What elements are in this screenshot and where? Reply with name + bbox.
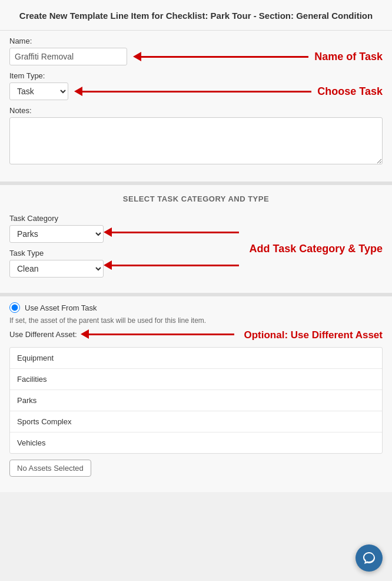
task-category-header: SELECT TASK CATEGORY AND TYPE [9,191,383,207]
asset-list: Equipment Facilities Parks Sports Comple… [9,347,383,454]
different-arrow-row [81,329,235,339]
type-arrow [104,260,239,270]
category-arrows-col [104,214,239,283]
different-annotation: Optional: Use Different Asset [244,329,383,341]
category-annotation: Add Task Category & Type [250,243,383,255]
different-arrow-line [89,334,235,335]
category-arrow [104,227,239,237]
asset-section: Use Asset From Task If set, the asset of… [0,296,392,492]
chat-icon [362,551,376,565]
notes-textarea[interactable] [9,117,383,164]
task-category-group: Task Category Parks Equipment Facilities… [9,214,104,243]
task-type-select-row: Clean Inspect Repair Replace [9,260,104,278]
notes-group: Notes: [9,106,383,166]
list-item[interactable]: Parks [10,390,382,411]
header-title: Create New Template Line Item for Checkl… [12,9,380,22]
use-different-label-block: Use Different Asset: [9,329,77,339]
list-item[interactable]: Vehicles [10,433,382,453]
category-arrow-head [104,227,112,237]
item-type-arrow-line [81,91,311,93]
use-asset-radio[interactable] [9,302,20,313]
list-item[interactable]: Facilities [10,369,382,390]
name-arrow-line [140,56,308,58]
name-row: Name of Task [9,48,383,65]
selects-column: Task Category Parks Equipment Facilities… [9,214,104,283]
form-section-basic: Name: Name of Task Item Type: Task Note … [0,31,392,185]
item-type-label: Item Type: [9,71,383,80]
notes-label: Notes: [9,106,383,115]
chat-bubble[interactable] [356,544,383,572]
list-item[interactable]: Equipment [10,348,382,369]
name-arrow-row: Name of Task [133,51,383,63]
category-type-wrapper: Task Category Parks Equipment Facilities… [9,214,383,283]
item-type-select[interactable]: Task Note Header [9,82,68,100]
type-arrow-line [112,265,239,266]
page-wrapper: Create New Template Line Item for Checkl… [0,0,392,492]
different-annotation-block: Optional: Use Different Asset [238,329,383,341]
task-type-select[interactable]: Clean Inspect Repair Replace [9,260,104,278]
form-header: Create New Template Line Item for Checkl… [0,0,392,31]
different-arrow-head [81,329,89,339]
name-label: Name: [9,37,383,45]
use-asset-row: Use Asset From Task [9,302,383,313]
list-item[interactable]: Sports Complex [10,411,382,433]
task-type-label: Task Type [9,249,104,258]
item-type-arrow-row: Choose Task [74,85,383,98]
task-type-group: Task Type Clean Inspect Repair Replace [9,249,104,278]
task-category-label: Task Category [9,214,104,223]
use-asset-label: Use Asset From Task [25,303,97,312]
name-group: Name: Name of Task [9,37,383,65]
item-type-row: Task Note Header Choose Task [9,82,383,100]
asset-hint: If set, the asset of the parent task wil… [9,316,383,325]
type-arrow-head [104,260,112,270]
item-type-annotation: Choose Task [317,85,383,98]
task-category-select-row: Parks Equipment Facilities Sports Comple… [9,225,104,243]
use-different-label: Use Different Asset: [9,330,77,339]
task-category-select[interactable]: Parks Equipment Facilities Sports Comple… [9,225,104,243]
use-different-wrapper: Use Different Asset: Optional: Use Diffe… [9,329,383,341]
category-annotation-col: Add Task Category & Type [239,214,383,283]
item-type-group: Item Type: Task Note Header Choose Task [9,71,383,100]
task-category-section: SELECT TASK CATEGORY AND TYPE Task Categ… [0,185,392,296]
no-assets-button[interactable]: No Assets Selected [9,460,91,477]
name-annotation: Name of Task [314,51,383,63]
category-arrow-line [112,232,239,233]
name-input[interactable] [9,48,127,65]
